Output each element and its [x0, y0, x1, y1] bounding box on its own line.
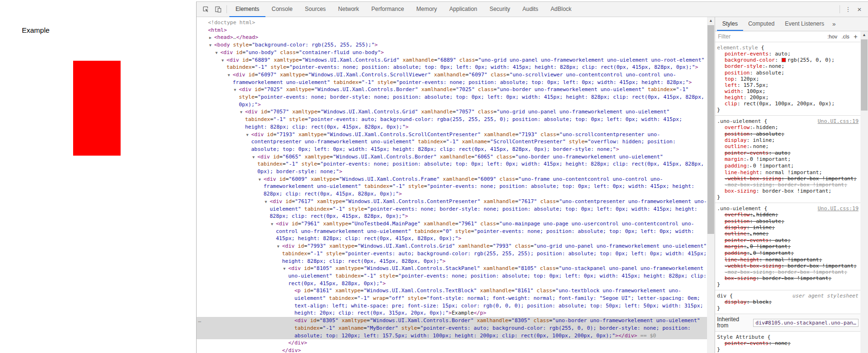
tab-styles[interactable]: Styles	[717, 17, 743, 31]
expand-shorthand-icon[interactable]: ▸	[765, 65, 768, 69]
styles-filter-input[interactable]	[715, 31, 802, 42]
collapse-arrow-icon[interactable]: ▼	[208, 42, 213, 49]
dom-tree-node[interactable]: <div id="6009" xamltype="Windows.UI.Xaml…	[197, 176, 707, 198]
css-property[interactable]: top: 120px;	[717, 76, 859, 82]
toggle-pseudo-state-button[interactable]: :hov	[828, 34, 838, 39]
tab-audits[interactable]: Audits	[516, 2, 544, 17]
tab-application[interactable]: Application	[443, 2, 483, 17]
collapse-arrow-icon[interactable]: ▼	[232, 86, 238, 94]
tab-memory[interactable]: Memory	[410, 2, 443, 17]
collapse-arrow-icon[interactable]: ▼	[245, 131, 250, 139]
collapse-arrow-icon[interactable]: ▼	[214, 49, 219, 57]
new-style-rule-button[interactable]: +	[854, 33, 858, 40]
css-property[interactable]: -webkit-box-sizing: border-box !importan…	[717, 263, 859, 269]
css-property[interactable]: -moz-box-sizing: border-box !important;	[717, 269, 859, 275]
tab-adblock[interactable]: AdBlock	[545, 2, 578, 17]
css-property[interactable]: clip: rect(0px, 100px, 200px, 0px);	[717, 101, 859, 107]
css-property[interactable]: padding:▸0 !important;	[717, 250, 859, 257]
scroll-up-icon[interactable]: ▲	[860, 31, 868, 38]
color-swatch[interactable]	[782, 58, 786, 62]
tab-network[interactable]: Network	[332, 2, 365, 17]
dom-tree-node[interactable]: <head>…</head>▶	[197, 34, 707, 41]
dom-tree-node[interactable]: <div id="6097" xamltype="Windows.UI.Xaml…	[197, 71, 707, 86]
expand-shorthand-icon[interactable]: ▸	[750, 145, 752, 149]
css-property[interactable]: margin:▸0 !important;	[717, 243, 859, 250]
collapse-arrow-icon[interactable]: ▼	[251, 154, 256, 161]
css-property[interactable]: margin:▸0 !important;	[717, 156, 859, 163]
css-property[interactable]: border-style:▸none;	[717, 63, 859, 70]
customize-menu-icon[interactable]: ⋮	[842, 4, 854, 15]
css-property[interactable]: background-color: rgb(255, 0, 0);	[717, 57, 859, 63]
dom-tree-node[interactable]: <div id="6065" xamltype="Windows.UI.Xaml…	[197, 153, 707, 176]
css-property[interactable]: -webkit-box-sizing: border-box !importan…	[717, 176, 859, 182]
expand-shorthand-icon[interactable]: ▸	[746, 245, 749, 249]
expand-shorthand-icon[interactable]: ▸	[750, 251, 752, 256]
css-property[interactable]: outline:▸none;	[717, 231, 859, 237]
css-property[interactable]: width: 100px;	[717, 88, 859, 94]
toggle-class-button[interactable]: .cls	[841, 34, 849, 39]
dom-tree-node[interactable]: <div id="7025" xamltype="Windows.UI.Xaml…	[197, 86, 707, 108]
css-property[interactable]: outline:▸none;	[717, 143, 859, 150]
collapse-arrow-icon[interactable]: ▼	[263, 198, 269, 206]
dom-tree-node[interactable]: <div id="7993" xamltype="Windows.UI.Xaml…	[197, 242, 707, 265]
css-property[interactable]: display: inline;	[717, 224, 859, 231]
collapse-arrow-icon[interactable]: ▼	[238, 109, 244, 116]
collapse-arrow-icon[interactable]: ▼	[269, 221, 275, 228]
dom-tree-node[interactable]: <div id="7193" xamltype="Windows.UI.Xaml…	[197, 131, 707, 153]
collapse-arrow-icon[interactable]: ▼	[257, 176, 263, 184]
tab-security[interactable]: Security	[483, 2, 516, 17]
tab-event-listeners[interactable]: Event Listeners	[780, 17, 830, 31]
css-property[interactable]: pointer-events: auto;	[717, 51, 859, 57]
css-property[interactable]: line-height: normal !important;	[717, 257, 859, 263]
collapse-arrow-icon[interactable]: ▼	[226, 72, 232, 79]
inspect-element-icon[interactable]	[199, 3, 212, 16]
close-devtools-icon[interactable]: ×	[854, 4, 865, 15]
dom-tree-node[interactable]: <div id="7961" xamltype="UnoTestbed4.Mai…	[197, 220, 707, 242]
expand-shorthand-icon[interactable]: ▸	[753, 126, 755, 130]
dom-tree-node[interactable]: </div>	[197, 347, 707, 353]
expand-shorthand-icon[interactable]: ▸	[750, 164, 752, 168]
css-property[interactable]: overflow:▸hidden;	[717, 124, 859, 131]
css-property[interactable]: line-height: normal !important;	[717, 169, 859, 176]
expand-arrow-icon[interactable]: ▶	[208, 34, 213, 42]
css-property[interactable]: padding:▸0 !important;	[717, 163, 859, 169]
tab-elements[interactable]: Elements	[229, 2, 265, 17]
css-property[interactable]: left: 157.5px;	[717, 82, 859, 88]
sidebar-scrollbar[interactable]: ▲	[860, 31, 868, 353]
css-property[interactable]: position: absolute;	[717, 70, 859, 76]
css-property[interactable]: pointer-events: none;	[717, 340, 859, 346]
css-property[interactable]: position: absolute;	[717, 218, 859, 224]
tab-performance[interactable]: Performance	[365, 2, 410, 17]
inherited-node-link[interactable]: div#8105.uno-stackpanel.uno-pan…	[753, 319, 859, 327]
elements-scrollbar[interactable]: ▲	[707, 17, 715, 353]
dom-tree-node[interactable]: <html>	[197, 27, 707, 34]
dom-tree-node[interactable]: </div>	[197, 339, 707, 347]
dom-tree-node[interactable]: <p id="8161" xamltype="Windows.UI.Xaml.C…	[197, 287, 707, 317]
tab-console[interactable]: Console	[265, 2, 299, 17]
css-property[interactable]: box-sizing: border-box !important;	[717, 188, 859, 194]
stylesheet-link[interactable]: Uno.UI.css:19	[818, 205, 859, 212]
css-property[interactable]: height: 200px;	[717, 94, 859, 101]
sidebar-more-tabs-icon[interactable]: »	[830, 20, 839, 28]
collapse-arrow-icon[interactable]: ▼	[282, 265, 287, 273]
dom-tree-node[interactable]: <div id="7617" xamltype="Windows.UI.Xaml…	[197, 198, 707, 220]
scrollbar-thumb[interactable]	[861, 39, 868, 111]
dom-tree-node[interactable]: <div id="uno-body" class="container-flui…	[197, 49, 707, 56]
css-property[interactable]: display: block;	[717, 299, 859, 305]
dom-tree-node[interactable]: <div id="7057" xamltype="Windows.UI.Xaml…	[197, 108, 707, 130]
dom-tree-node[interactable]: <!doctype html>	[197, 19, 707, 27]
stylesheet-link[interactable]: Uno.UI.css:19	[818, 118, 859, 124]
css-property[interactable]: box-sizing: border-box !important;	[717, 275, 859, 281]
dom-tree-node[interactable]: <div id="8105" xamltype="Windows.UI.Xaml…	[197, 265, 707, 287]
expand-shorthand-icon[interactable]: ▸	[746, 158, 749, 162]
collapse-arrow-icon[interactable]: ▼	[220, 57, 226, 65]
expand-shorthand-icon[interactable]: ▸	[750, 232, 752, 236]
expand-shorthand-icon[interactable]: ▸	[753, 213, 755, 217]
device-toolbar-icon[interactable]	[212, 3, 224, 16]
css-property[interactable]: pointer-events: auto;	[717, 237, 859, 243]
scroll-up-icon[interactable]: ▲	[707, 17, 715, 24]
css-property[interactable]: overflow:▸hidden;	[717, 212, 859, 218]
css-property[interactable]: position: absolute;	[717, 131, 859, 137]
tab-computed[interactable]: Computed	[743, 17, 780, 31]
scrollbar-thumb[interactable]	[708, 25, 714, 234]
